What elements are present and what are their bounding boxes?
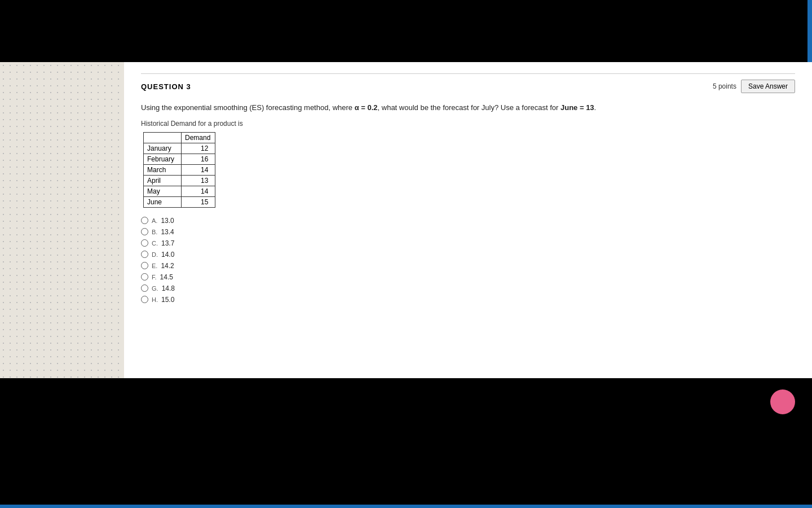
option-d-letter: D. xyxy=(152,251,158,258)
top-bar xyxy=(0,0,812,62)
month-march: March xyxy=(144,164,182,175)
option-h-value: 15.0 xyxy=(161,296,174,304)
question-body: Using the exponential smoothing (ES) for… xyxy=(141,102,795,114)
table-row: January 12 xyxy=(144,143,215,154)
option-d[interactable]: D. 14.0 xyxy=(141,251,795,259)
radio-f[interactable] xyxy=(141,273,148,281)
pink-button[interactable] xyxy=(770,389,795,414)
table-row: June 15 xyxy=(144,196,215,207)
question-header: QUESTION 3 5 points Save Answer xyxy=(141,73,795,93)
historical-demand-label: Historical Demand for a product is xyxy=(141,120,795,128)
radio-g[interactable] xyxy=(141,284,148,292)
month-february: February xyxy=(144,154,182,164)
demand-february: 16 xyxy=(182,154,215,164)
points-label: 5 points xyxy=(713,82,736,90)
header-right: 5 points Save Answer xyxy=(713,80,795,93)
option-g[interactable]: G. 14.8 xyxy=(141,284,795,292)
option-f[interactable]: F. 14.5 xyxy=(141,273,795,281)
table-row: March 14 xyxy=(144,164,215,175)
option-f-value: 14.5 xyxy=(160,273,173,281)
option-b-value: 13.4 xyxy=(161,228,174,236)
radio-a[interactable] xyxy=(141,217,148,224)
option-b[interactable]: B. 13.4 xyxy=(141,228,795,236)
option-b-letter: B. xyxy=(152,229,157,235)
radio-h[interactable] xyxy=(141,296,148,303)
left-sidebar xyxy=(0,62,124,378)
radio-b[interactable] xyxy=(141,228,148,235)
option-e[interactable]: E. 14.2 xyxy=(141,262,795,270)
demand-april: 13 xyxy=(182,175,215,186)
bottom-blue-accent xyxy=(0,505,812,508)
blue-accent xyxy=(807,0,812,62)
option-a-value: 13.0 xyxy=(161,217,174,225)
option-d-value: 14.0 xyxy=(161,251,174,259)
option-e-letter: E. xyxy=(152,262,157,269)
demand-january: 12 xyxy=(182,143,215,154)
table-header-demand: Demand xyxy=(182,132,215,143)
main-content: QUESTION 3 5 points Save Answer Using th… xyxy=(0,62,812,378)
radio-d[interactable] xyxy=(141,251,148,258)
month-june: June xyxy=(144,196,182,207)
month-may: May xyxy=(144,186,182,196)
month-april: April xyxy=(144,175,182,186)
demand-table: Demand January 12 February 16 March 14 A… xyxy=(143,132,215,208)
option-c-value: 13.7 xyxy=(161,239,174,247)
month-january: January xyxy=(144,143,182,154)
option-a-letter: A. xyxy=(152,217,157,224)
table-row: February 16 xyxy=(144,154,215,164)
option-h-letter: H. xyxy=(152,296,158,303)
save-answer-button[interactable]: Save Answer xyxy=(741,80,795,93)
demand-june: 15 xyxy=(182,196,215,207)
option-g-value: 14.8 xyxy=(162,284,175,292)
table-row: May 14 xyxy=(144,186,215,196)
option-c[interactable]: C. 13.7 xyxy=(141,239,795,247)
bottom-bar xyxy=(0,378,812,508)
option-c-letter: C. xyxy=(152,240,158,247)
table-header-month xyxy=(144,132,182,143)
options-list: A. 13.0 B. 13.4 C. 13.7 D. 14.0 E. 1 xyxy=(141,217,795,304)
radio-c[interactable] xyxy=(141,239,148,247)
option-h[interactable]: H. 15.0 xyxy=(141,296,795,304)
question-area: QUESTION 3 5 points Save Answer Using th… xyxy=(124,62,812,378)
radio-e[interactable] xyxy=(141,262,148,269)
question-number: QUESTION 3 xyxy=(141,82,191,91)
demand-march: 14 xyxy=(182,164,215,175)
demand-may: 14 xyxy=(182,186,215,196)
option-f-letter: F. xyxy=(152,274,157,281)
table-row: April 13 xyxy=(144,175,215,186)
option-a[interactable]: A. 13.0 xyxy=(141,217,795,225)
option-e-value: 14.2 xyxy=(161,262,174,270)
option-g-letter: G. xyxy=(152,285,158,292)
